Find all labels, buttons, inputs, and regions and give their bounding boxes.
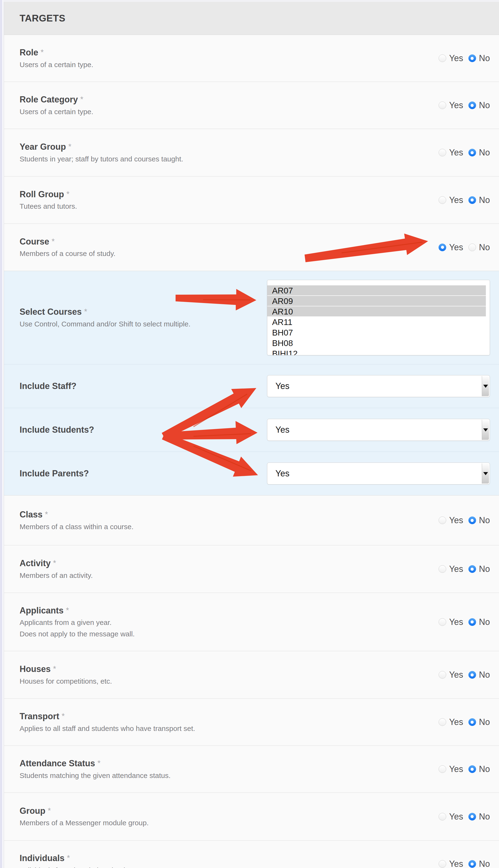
row-individuals: Individuals* Individuals from the whole …	[4, 841, 499, 868]
field-label: Applicants	[20, 606, 63, 615]
radio-yes[interactable]	[439, 813, 446, 820]
radio-yes-label: Yes	[449, 100, 463, 110]
radio-group: Yes No	[439, 617, 490, 627]
row-course: Course* Members of a course of study. Ye…	[4, 224, 499, 271]
radio-no[interactable]	[468, 618, 476, 626]
radio-yes-label: Yes	[449, 764, 463, 774]
required-asterisk: *	[52, 237, 55, 246]
field-description: Members of an activity.	[20, 571, 93, 580]
field-label: Group	[20, 806, 45, 816]
radio-no[interactable]	[468, 565, 476, 573]
radio-yes[interactable]	[439, 196, 446, 204]
radio-no[interactable]	[468, 765, 476, 773]
required-asterisk: *	[97, 759, 100, 768]
radio-group: Yes No	[439, 243, 490, 252]
include-parents-select[interactable]: Yes	[267, 462, 490, 484]
include-staff-select[interactable]: Yes	[267, 375, 490, 397]
listbox-option[interactable]: BIHI12	[267, 348, 490, 355]
field-label: Individuals	[20, 853, 64, 863]
field-label: Include Staff?	[20, 381, 76, 391]
radio-yes[interactable]	[439, 565, 446, 573]
radio-group: Yes No	[439, 764, 490, 774]
radio-yes[interactable]	[439, 54, 446, 62]
radio-no-label: No	[479, 564, 490, 574]
select-dropdown-strip	[482, 376, 489, 396]
radio-no[interactable]	[468, 860, 476, 868]
radio-no-label: No	[479, 617, 490, 627]
include-students-select[interactable]: Yes	[267, 419, 490, 441]
radio-no[interactable]	[468, 196, 476, 204]
radio-no[interactable]	[468, 101, 476, 109]
row-attendance-status: Attendance Status* Students matching the…	[4, 746, 499, 793]
radio-group: Yes No	[439, 717, 490, 727]
radio-yes-label: Yes	[449, 148, 463, 158]
required-asterisk: *	[66, 190, 70, 198]
radio-no-label: No	[479, 670, 490, 680]
field-label: Houses	[20, 664, 51, 674]
row-select-courses: Select Courses* Use Control, Command and…	[4, 271, 499, 364]
field-label: Year Group	[20, 142, 66, 152]
listbox-option[interactable]: AR09	[267, 296, 490, 306]
required-asterisk: *	[48, 806, 51, 815]
radio-yes[interactable]	[439, 244, 446, 251]
select-value: Yes	[276, 381, 290, 391]
radio-group: Yes No	[439, 515, 490, 525]
field-label: Role	[20, 48, 38, 57]
radio-yes-label: Yes	[449, 53, 463, 63]
row-role-category: Role Category* Users of a certain type. …	[4, 82, 499, 129]
radio-no-label: No	[479, 243, 490, 252]
listbox-option[interactable]: BH08	[267, 338, 490, 348]
field-description: Students in year; staff by tutors and co…	[20, 155, 183, 163]
radio-yes-label: Yes	[449, 564, 463, 574]
row-group: Group* Members of a Messenger module gro…	[4, 793, 499, 841]
radio-yes-label: Yes	[449, 195, 463, 205]
field-description: Users of a certain type.	[20, 108, 93, 116]
required-asterisk: *	[80, 95, 83, 104]
required-asterisk: *	[66, 606, 69, 615]
radio-yes[interactable]	[439, 671, 446, 679]
required-asterisk: *	[67, 853, 70, 862]
listbox-option[interactable]: AR07	[267, 285, 490, 296]
listbox-option[interactable]: AR10	[267, 306, 490, 317]
field-label: Include Students?	[20, 425, 94, 435]
radio-yes[interactable]	[439, 101, 446, 109]
radio-yes-label: Yes	[449, 515, 463, 525]
radio-yes-label: Yes	[449, 811, 463, 822]
listbox-option[interactable]: AR11	[267, 317, 490, 327]
radio-no[interactable]	[468, 718, 476, 726]
radio-yes[interactable]	[439, 517, 446, 524]
select-value: Yes	[276, 469, 290, 479]
radio-yes[interactable]	[439, 765, 446, 773]
field-description: Members of a Messenger module group.	[20, 819, 149, 827]
radio-no-label: No	[479, 811, 490, 822]
radio-no-label: No	[479, 859, 490, 868]
radio-no-label: No	[479, 148, 490, 158]
row-include-parents: Include Parents? Yes	[4, 452, 499, 496]
course-listbox[interactable]: AR07AR09AR10AR11BH07BH08BIHI12	[267, 280, 490, 355]
radio-yes[interactable]	[439, 149, 446, 157]
radio-no-label: No	[479, 764, 490, 774]
field-description: Members of a course of study.	[20, 249, 115, 258]
row-houses: Houses* Houses for competitions, etc. Ye…	[4, 651, 499, 699]
radio-yes[interactable]	[439, 618, 446, 626]
radio-no-label: No	[479, 100, 490, 110]
field-description: Tutees and tutors.	[20, 202, 77, 211]
listbox-option[interactable]: BH07	[267, 327, 490, 338]
field-description: Users of a certain type.	[20, 60, 93, 69]
field-description: Applies to all staff and students who ha…	[20, 724, 195, 733]
radio-no[interactable]	[468, 54, 476, 62]
radio-no[interactable]	[468, 149, 476, 157]
radio-no[interactable]	[468, 813, 476, 820]
required-asterisk: *	[68, 142, 71, 151]
row-activity: Activity* Members of an activity. Yes No	[4, 545, 499, 593]
radio-no-label: No	[479, 53, 490, 63]
radio-yes-label: Yes	[449, 717, 463, 727]
radio-no[interactable]	[468, 517, 476, 524]
radio-no[interactable]	[468, 244, 476, 251]
radio-yes[interactable]	[439, 718, 446, 726]
radio-no-label: No	[479, 717, 490, 727]
radio-yes[interactable]	[439, 860, 446, 868]
field-label: Role Category	[20, 95, 78, 104]
radio-no[interactable]	[468, 671, 476, 679]
page-left-margin	[0, 0, 3, 868]
